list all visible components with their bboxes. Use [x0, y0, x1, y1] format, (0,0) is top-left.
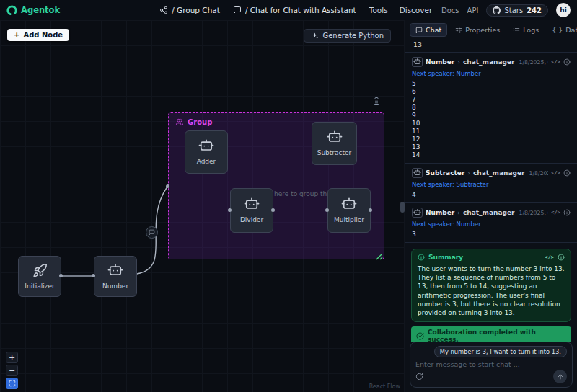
add-node-button[interactable]: + Add Node [7, 29, 69, 41]
list-icon [513, 27, 520, 34]
handle-multiplier-left[interactable] [325, 208, 329, 212]
arrow-up-icon [557, 373, 564, 380]
handle-multiplier-right[interactable] [369, 208, 372, 212]
flow-icon [159, 6, 168, 14]
node-subtracter[interactable]: Subtracter [312, 122, 357, 165]
chat-panel: Chat Properties Logs { } Data 13 Number … [405, 20, 577, 392]
flow-canvas[interactable]: + Add Node Generate Python Group here to… [0, 20, 405, 392]
handle-number-left[interactable] [92, 274, 95, 277]
brand-name: Agentok [21, 5, 60, 15]
message-recipient: chat_manager [463, 58, 515, 66]
message-header: Number › chat_manager 1/8/2025, 6:36:47.… [412, 208, 571, 218]
handle-initializer-right[interactable] [59, 274, 63, 277]
robot-avatar-icon [412, 208, 423, 218]
node-adder[interactable]: Adder [185, 130, 228, 174]
chat-message: Subtracter › chat_manager 1/8/2025, 6:36… [405, 164, 577, 203]
tab-chat[interactable]: Chat [410, 23, 447, 37]
tab-data[interactable]: { } Data [547, 24, 577, 36]
stars-count: 242 [527, 6, 542, 14]
code-icon[interactable]: </> [551, 210, 560, 215]
send-button[interactable] [553, 370, 567, 383]
code-icon[interactable]: </> [551, 170, 560, 176]
message-sender: Number [426, 58, 454, 66]
code-icon[interactable]: </> [551, 59, 560, 65]
zoom-in-button[interactable]: + [6, 352, 18, 363]
stars-label: Stars [504, 6, 523, 14]
nav-links: Tools Discover [369, 6, 433, 14]
next-speaker: Next speaker: Number [412, 220, 571, 228]
node-label: Subtracter [317, 149, 352, 156]
generate-python-label: Generate Python [322, 32, 384, 40]
retry-button[interactable] [415, 373, 423, 380]
robot-icon [341, 197, 357, 212]
breadcrumb-chat[interactable]: / Chat for Chat with Assistant [233, 6, 356, 14]
code-icon[interactable]: </> [545, 254, 554, 260]
info-icon[interactable] [563, 58, 571, 66]
info-icon[interactable] [563, 169, 571, 177]
nav-link-docs[interactable]: Docs [441, 6, 459, 14]
delete-group-button[interactable] [372, 97, 381, 106]
brand[interactable]: Agentok [6, 5, 60, 16]
tab-logs-label: Logs [523, 26, 539, 34]
reactflow-attribution[interactable]: React Flow [369, 383, 400, 390]
message-recipient: chat_manager [473, 169, 525, 177]
info-icon[interactable] [558, 254, 565, 261]
message-timestamp: 1/8/2025, 6:36:41 PM [519, 59, 548, 66]
node-multiplier[interactable]: Multiplier [327, 188, 371, 233]
node-number[interactable]: Number [94, 256, 137, 297]
summary-title: Summary [428, 254, 463, 261]
nav-link-tools[interactable]: Tools [369, 6, 388, 14]
node-initializer[interactable]: Initializer [18, 256, 61, 297]
robot-icon [198, 139, 214, 153]
handle-group-left[interactable] [166, 184, 169, 188]
zoom-out-button[interactable]: − [6, 365, 18, 376]
summary-text: The user wants to turn the number 3 into… [418, 264, 565, 317]
github-stars-badge[interactable]: Stars 242 [486, 4, 548, 17]
fit-view-icon [9, 380, 16, 387]
generate-python-button[interactable]: Generate Python [304, 29, 391, 43]
clipped-message-tail: 13 [405, 40, 577, 53]
chat-icon [149, 229, 155, 236]
minus-icon: − [9, 366, 15, 375]
edge-chat-badge[interactable] [146, 226, 158, 239]
node-divider[interactable]: Divider [230, 188, 273, 233]
breadcrumb-chat-label: / Chat for Chat with Assistant [245, 6, 356, 14]
nav-link-api[interactable]: API [467, 6, 479, 14]
chat-message: Number › chat_manager 1/8/2025, 6:36:41 … [405, 53, 577, 164]
handle-divider-left[interactable] [228, 208, 232, 212]
group-resize-grip[interactable] [376, 254, 382, 259]
handle-divider-right[interactable] [271, 208, 275, 212]
next-speaker: Next speaker: Subtracter [412, 181, 571, 188]
summary-card: Summary </> The user wants to turn the n… [411, 249, 571, 322]
info-icon [418, 254, 425, 261]
message-content: 4 [412, 191, 571, 199]
status-banner: Collaboration completed with success. [411, 326, 571, 342]
user-message-bubble: My number is 3, I want to turn it into 1… [434, 346, 567, 357]
message-sender: Number [426, 209, 454, 216]
node-label: Multiplier [334, 216, 364, 223]
braces-icon: { } [552, 26, 563, 34]
breadcrumb: / Group Chat / Chat for Chat with Assist… [159, 6, 356, 14]
info-icon[interactable] [563, 209, 571, 216]
message-content: 3 [412, 231, 571, 239]
fit-view-button[interactable] [6, 378, 18, 389]
tab-properties[interactable]: Properties [450, 24, 505, 36]
panel-resize-handle[interactable] [400, 202, 405, 213]
nav-link-discover[interactable]: Discover [400, 6, 433, 14]
check-circle-icon [416, 332, 424, 340]
message-list[interactable]: 13 Number › chat_manager 1/8/2025, 6:36:… [405, 40, 577, 342]
tab-chat-label: Chat [426, 26, 441, 34]
user-avatar[interactable]: hi [556, 3, 571, 17]
chat-input[interactable] [415, 360, 567, 368]
robot-icon [107, 264, 123, 278]
node-label: Adder [197, 158, 216, 165]
sparkles-icon [311, 32, 319, 40]
message-content: 5 6 7 8 9 10 11 12 13 14 [412, 80, 571, 159]
github-icon [493, 6, 501, 14]
tab-logs[interactable]: Logs [508, 24, 544, 36]
breadcrumb-flow[interactable]: / Group Chat [159, 6, 220, 14]
sender-separator: › [457, 209, 460, 216]
robot-icon [327, 130, 343, 145]
sliders-icon [455, 27, 462, 34]
robot-avatar-icon [412, 168, 423, 178]
